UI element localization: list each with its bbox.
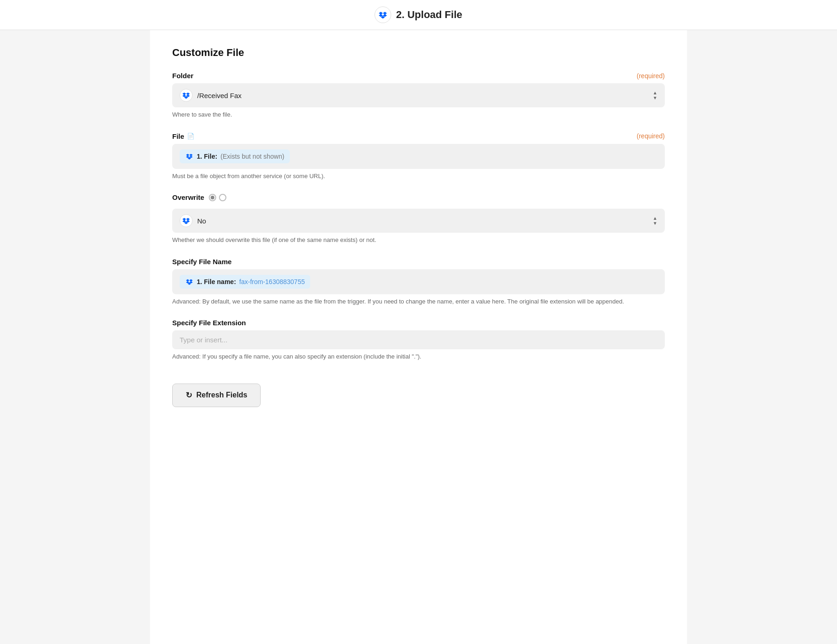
overwrite-hint: Whether we should overwrite this file (i… — [172, 235, 665, 245]
file-label-row: File 📄 (required) — [172, 132, 665, 140]
overwrite-field-group: Overwrite No ▲ ▼ — [172, 193, 665, 245]
overwrite-label-inner: Overwrite — [172, 193, 226, 201]
file-doc-icon: 📄 — [187, 133, 194, 140]
dropbox-header-icon — [375, 6, 391, 23]
main-card: Customize File Folder (required) /Receiv… — [150, 30, 687, 644]
file-select[interactable]: 1. File: (Exists but not shown) — [172, 144, 665, 169]
file-name-chip-icon — [185, 278, 194, 286]
refresh-icon: ↻ — [186, 390, 192, 400]
overwrite-radio-group — [209, 194, 226, 201]
file-ext-hint: Advanced: If you specify a file name, yo… — [172, 352, 665, 361]
file-name-field-group: Specify File Name 1. File name: fax-from… — [172, 258, 665, 306]
file-ext-label: Specify File Extension — [172, 319, 246, 327]
overwrite-value: No — [197, 217, 648, 225]
file-chip-label: 1. File: — [197, 153, 217, 160]
file-name-hint: Advanced: By default, we use the same na… — [172, 297, 665, 306]
file-name-chip-label: 1. File name: — [197, 278, 236, 285]
folder-label: Folder — [172, 72, 194, 80]
file-chip-dropbox-icon — [185, 152, 194, 161]
refresh-button-label: Refresh Fields — [196, 391, 247, 399]
file-ext-field-group: Specify File Extension Advanced: If you … — [172, 319, 665, 361]
file-required-badge: (required) — [637, 132, 665, 140]
file-name-label: Specify File Name — [172, 258, 231, 266]
file-chip-value: (Exists but not shown) — [220, 153, 284, 160]
file-ext-input[interactable] — [172, 330, 665, 349]
folder-select[interactable]: /Received Fax ▲ ▼ — [172, 83, 665, 107]
file-label: File 📄 — [172, 132, 194, 140]
file-name-chip-value: fax-from-16308830755 — [239, 278, 305, 285]
overwrite-radio-no[interactable] — [219, 194, 226, 201]
file-field-group: File 📄 (required) 1. File: (Exists but n… — [172, 132, 665, 181]
file-ext-label-row: Specify File Extension — [172, 319, 665, 327]
file-name-label-row: Specify File Name — [172, 258, 665, 266]
folder-arrows: ▲ ▼ — [653, 91, 657, 100]
folder-hint: Where to save the file. — [172, 110, 665, 119]
refresh-fields-button[interactable]: ↻ Refresh Fields — [172, 384, 261, 407]
folder-dropbox-icon — [180, 89, 193, 102]
overwrite-label: Overwrite — [172, 193, 204, 201]
file-chip: 1. File: (Exists but not shown) — [180, 149, 290, 163]
section-title: Customize File — [172, 47, 665, 59]
file-name-chip: 1. File name: fax-from-16308830755 — [180, 275, 310, 289]
folder-required-badge: (required) — [637, 72, 665, 80]
top-header: 2. Upload File — [0, 0, 837, 30]
file-name-select[interactable]: 1. File name: fax-from-16308830755 — [172, 269, 665, 294]
folder-label-row: Folder (required) — [172, 72, 665, 80]
folder-field-group: Folder (required) /Received Fax ▲ ▼ Wher… — [172, 72, 665, 119]
overwrite-radio-yes[interactable] — [209, 194, 216, 201]
overwrite-label-row: Overwrite — [172, 193, 665, 205]
folder-value: /Received Fax — [197, 92, 648, 99]
overwrite-arrows: ▲ ▼ — [653, 216, 657, 226]
page-title: 2. Upload File — [396, 9, 462, 21]
overwrite-select[interactable]: No ▲ ▼ — [172, 209, 665, 233]
overwrite-dropbox-icon — [180, 214, 193, 227]
file-hint: Must be a file object from another servi… — [172, 172, 665, 181]
